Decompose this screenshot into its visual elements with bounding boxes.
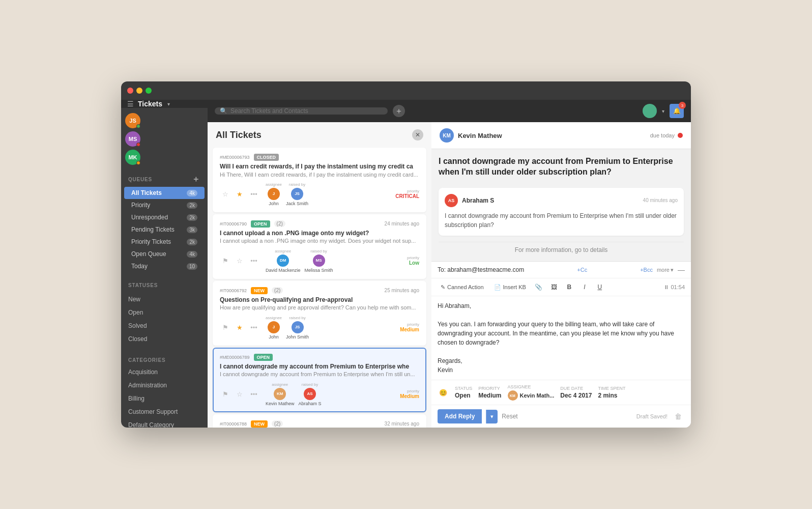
delete-draft-button[interactable]: 🗑 [672,410,685,423]
ticket-preview: Hi There, Will I earn credit rewards, if… [220,171,419,178]
search-input[interactable] [230,107,383,115]
more-options-button[interactable]: more ▾ [657,267,674,273]
detail-panel: KM Kevin Mathew due today I cannot downg… [431,122,691,428]
detail-link[interactable]: For more information, go to details [439,242,684,258]
status-dot [136,124,140,128]
ticket-priority: CRITICAL [395,193,419,199]
more-button[interactable]: ••• [248,322,259,333]
emoji-button[interactable]: 😊 [438,387,449,398]
sidebar-item-pending[interactable]: Pending Tickets 3k [124,223,205,236]
ticket-list-title: All Tickets [216,130,262,140]
sidebar-item-acquisition[interactable]: Acquisition [121,365,208,378]
sidebar-item-today[interactable]: Today 10 [124,260,205,272]
sidebar-item-default-category[interactable]: Default Category [121,418,208,428]
canned-action-button[interactable]: ✎ Canned Action [438,282,487,292]
notification-badge: 3 [679,102,686,109]
minimize-button[interactable] [136,88,142,94]
more-button[interactable]: ••• [248,188,259,200]
sidebar-item-new[interactable]: New [121,292,208,305]
star-button[interactable]: ☆ [220,188,231,200]
due-dot [678,133,683,138]
reply-toolbar: ✎ Canned Action 📄 Insert KB 📎 🖼 B I [431,278,691,296]
flag-button[interactable]: ⚑ [220,322,231,333]
reset-button[interactable]: Reset [502,413,517,420]
minimize-button[interactable]: — [678,266,685,274]
avatar-mk[interactable]: MK [125,150,140,165]
star-button[interactable]: ★ [234,322,245,333]
bold-button[interactable]: B [564,281,575,293]
more-button[interactable]: ••• [248,388,259,400]
bcc-button[interactable]: +Bcc [640,267,653,273]
add-reply-dropdown-button[interactable]: ▾ [486,410,498,423]
sidebar-item-priority[interactable]: Priority 2k [124,199,205,211]
image-button[interactable]: 🖼 [548,281,560,293]
add-ticket-button[interactable]: ＋ [393,105,405,117]
sidebar-item-billing[interactable]: Billing [121,391,208,405]
chevron-down-icon: ▾ [662,108,664,114]
attachment-button[interactable]: 📎 [533,281,544,293]
tickets-icon: ☰ [127,100,134,108]
assignee-avatar: KM [274,388,286,400]
due-info: due today [650,132,683,138]
pause-icon: ⏸ [663,284,669,290]
sidebar-item-administration[interactable]: Administration [121,378,208,391]
statuses-list: New Open Solved Closed [121,290,208,347]
raised-by-info: raised by MS Melissa Smith [305,249,333,273]
reply-content[interactable]: Hi Abraham, Yes you can. I am forwarding… [431,296,691,380]
flag-button[interactable]: ⚑ [220,388,231,400]
ticket-id: #IT00006790 [220,221,247,227]
close-button[interactable] [127,88,133,94]
sidebar-item-closed[interactable]: Closed [121,332,208,345]
titlebar [121,81,691,100]
content-area: All Tickets ✕ #ME00006793 CLOSED Will I … [208,122,691,428]
user-avatar[interactable] [643,104,657,118]
sidebar-item-customer-support[interactable]: Customer Support [121,405,208,418]
top-bar: 🔍 ＋ ▾ 🔔 3 [208,100,691,122]
raised-avatar: MS [313,254,325,267]
cc-button[interactable]: +Cc [577,267,587,273]
add-reply-button[interactable]: Add Reply [438,409,482,423]
italic-button[interactable]: I [579,281,590,293]
sidebar-item-solved[interactable]: Solved [121,319,208,332]
ticket-card[interactable]: #ME00006793 CLOSED Will I earn credit re… [213,148,426,212]
ticket-status-badge: CLOSED [254,154,279,161]
flag-button[interactable]: ⚑ [220,255,231,266]
avatar-ms[interactable]: MS [125,131,140,147]
more-button[interactable]: ••• [248,255,259,266]
maximize-button[interactable] [146,88,152,94]
sidebar-item-open[interactable]: Open [121,305,208,319]
ticket-id: #IT00006792 [220,288,247,293]
bookmark-button[interactable]: ★ [234,188,245,200]
message-author: Abraham S [462,197,494,204]
ticket-id: #ME00006793 [220,155,250,160]
queues-label: QUEUES ＋ [121,170,208,187]
assignee-avatar: DM [277,254,289,267]
insert-kb-button[interactable]: 📄 Insert KB [491,282,529,292]
ticket-time: 24 minutes ago [385,221,419,227]
ticket-id: #ME00006789 [220,355,250,360]
sidebar-item-priority-tickets[interactable]: Priority Tickets 2k [124,236,205,248]
ticket-list: #ME00006793 CLOSED Will I earn credit re… [208,146,431,428]
sidebar: ☰ Tickets ▾ JS MS MK QUEUES [121,100,208,428]
notifications-button[interactable]: 🔔 3 [670,104,684,118]
add-queue-button[interactable]: ＋ [192,174,200,185]
reply-timer: ⏸ 01:54 [663,284,685,290]
sidebar-item-open-queue[interactable]: Open Queue 4k [124,248,205,260]
sidebar-item-all-tickets[interactable]: All Tickets 4k [124,187,205,199]
status-meta: status Open [455,386,472,399]
ticket-title: Will I earn credit rewards, if I pay the… [220,163,419,171]
search-box: 🔍 [215,107,388,115]
app-body: ☰ Tickets ▾ JS MS MK QUEUES [121,100,691,428]
sidebar-item-unresponded[interactable]: Unresponded 2k [124,211,205,223]
priority-meta: priority Medium [478,386,501,399]
avatar-js[interactable]: JS [125,113,140,128]
ticket-title: Questions on Pre-qualifying and Pre-appr… [220,296,419,304]
ticket-card[interactable]: #ME00006789 OPEN I cannot downgrade my a… [213,348,426,412]
star-button[interactable]: ☆ [234,255,245,266]
underline-button[interactable]: U [594,281,605,293]
ticket-card[interactable]: #IT00006790 OPEN (2) 24 minutes ago I ca… [213,214,426,279]
star-button[interactable]: ☆ [234,388,245,400]
ticket-card[interactable]: #IT00006792 NEW (2) 25 minutes ago Quest… [213,281,426,346]
close-panel-button[interactable]: ✕ [412,129,423,140]
ticket-card[interactable]: #IT00006788 NEW (2) 32 minutes ago The a… [213,414,426,428]
